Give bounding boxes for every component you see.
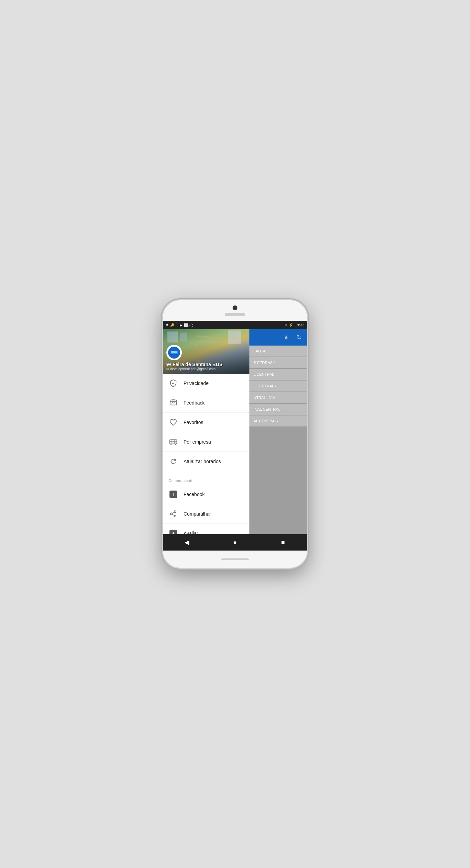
status-bar: ⚑ 🔑 G ▶ ⬜ ◯ ✕ ⚡ 19:33 bbox=[163, 321, 307, 329]
status-icon-3: G bbox=[176, 323, 178, 327]
svg-line-21 bbox=[172, 514, 174, 516]
app-email: ✉ development.pdd@gmail.com bbox=[166, 367, 246, 371]
route-item-4[interactable]: L CENTRAL - bbox=[249, 381, 307, 391]
drawer: Feira de Santana BUS ✉ development.pdd@g… bbox=[163, 329, 249, 534]
screen-content: Feira de Santana BUS ✉ development.pdd@g… bbox=[163, 329, 307, 534]
status-icon-1: ⚑ bbox=[166, 323, 169, 327]
svg-rect-1 bbox=[171, 351, 174, 353]
bus-logo-svg bbox=[171, 350, 178, 355]
back-button[interactable]: ◀ bbox=[180, 535, 194, 549]
svg-point-15 bbox=[171, 444, 172, 445]
phone-screen: ⚑ 🔑 G ▶ ⬜ ◯ ✕ ⚡ 19:33 bbox=[163, 321, 307, 551]
camera bbox=[233, 305, 237, 310]
route-item-2[interactable]: S PEDRAS / bbox=[249, 357, 307, 368]
svg-point-4 bbox=[176, 354, 177, 355]
star-toolbar-icon[interactable]: ★ bbox=[281, 332, 291, 342]
section-divider bbox=[163, 473, 249, 473]
menu-item-compartilhar[interactable]: Compartilhar bbox=[163, 504, 249, 524]
bus-icon bbox=[168, 437, 178, 447]
svg-point-20 bbox=[174, 515, 176, 517]
email-icon: ✉ bbox=[166, 367, 169, 371]
star-rate-box: ★ bbox=[169, 530, 177, 534]
home-indicator bbox=[221, 558, 249, 560]
home-button[interactable]: ● bbox=[228, 535, 242, 549]
facebook-icon: f bbox=[168, 490, 178, 499]
route-item-3[interactable]: L CENTRAL - bbox=[249, 369, 307, 380]
route-item-6[interactable]: INAL CENTRAL bbox=[249, 404, 307, 415]
app-toolbar: ★ ↻ bbox=[249, 329, 307, 346]
menu-section: Privacidade Feedback bbox=[163, 374, 249, 534]
svg-point-19 bbox=[171, 513, 173, 515]
menu-item-privacidade[interactable]: Privacidade bbox=[163, 374, 249, 393]
phone-top bbox=[163, 300, 307, 321]
battery-icon: ⚡ bbox=[289, 323, 293, 327]
facebook-label: Facebook bbox=[184, 492, 204, 497]
status-right: ✕ ⚡ 19:33 bbox=[284, 323, 304, 327]
phone-frame: ⚑ 🔑 G ▶ ⬜ ◯ ✕ ⚡ 19:33 bbox=[163, 300, 307, 568]
share-icon bbox=[168, 509, 178, 519]
status-icon-2: 🔑 bbox=[170, 323, 174, 327]
favoritos-label: Favoritos bbox=[184, 420, 203, 425]
recent-button[interactable]: ■ bbox=[276, 535, 290, 549]
nav-bar: ◀ ● ■ bbox=[163, 534, 307, 551]
app-background: ★ ↻ FALCAO S PEDRAS / L CENTRAL - L CENT… bbox=[249, 329, 307, 534]
app-logo-inner bbox=[168, 347, 180, 359]
atualizar-label: Atualizar horários bbox=[184, 459, 221, 464]
time: 19:33 bbox=[295, 323, 304, 327]
menu-item-avaliar[interactable]: ★ Avaliar bbox=[163, 524, 249, 534]
svg-rect-10 bbox=[170, 400, 176, 405]
facebook-icon-box: f bbox=[169, 491, 177, 498]
star-rate-icon: ★ bbox=[168, 529, 178, 534]
refresh-toolbar-icon[interactable]: ↻ bbox=[294, 332, 304, 342]
privacidade-label: Privacidade bbox=[184, 381, 209, 386]
svg-point-3 bbox=[172, 354, 173, 355]
drawer-header-info: Feira de Santana BUS ✉ development.pdd@g… bbox=[163, 342, 249, 374]
status-icon-6: ◯ bbox=[189, 323, 193, 327]
signal-icon: ✕ bbox=[284, 323, 287, 327]
drawer-header: Feira de Santana BUS ✉ development.pdd@g… bbox=[163, 329, 249, 374]
svg-rect-6 bbox=[167, 363, 168, 364]
svg-rect-2 bbox=[174, 351, 177, 353]
compartilhar-label: Compartilhar bbox=[184, 511, 211, 517]
por-empresa-label: Por empresa bbox=[184, 439, 211, 445]
svg-point-8 bbox=[167, 365, 168, 366]
menu-item-por-empresa[interactable]: Por empresa bbox=[163, 432, 249, 452]
svg-point-9 bbox=[170, 365, 171, 366]
speaker bbox=[225, 313, 245, 316]
svg-rect-7 bbox=[169, 363, 171, 364]
app-logo bbox=[166, 345, 182, 360]
phone-bottom bbox=[163, 551, 307, 568]
svg-line-22 bbox=[172, 512, 174, 514]
menu-item-facebook[interactable]: f Facebook bbox=[163, 485, 249, 504]
svg-point-16 bbox=[175, 444, 176, 445]
communicate-header: Communicate bbox=[163, 474, 249, 485]
feedback-icon bbox=[168, 398, 178, 408]
refresh-icon bbox=[168, 457, 178, 466]
menu-item-feedback[interactable]: Feedback bbox=[163, 393, 249, 413]
heart-icon bbox=[168, 418, 178, 427]
route-list: FALCAO S PEDRAS / L CENTRAL - L CENTRAL … bbox=[249, 346, 307, 534]
title-bus-icon bbox=[166, 363, 171, 366]
avaliar-label: Avaliar bbox=[184, 531, 198, 534]
route-item-1[interactable]: FALCAO bbox=[249, 346, 307, 357]
route-item-7[interactable]: AL CENTRAL- bbox=[249, 415, 307, 426]
app-title: Feira de Santana BUS bbox=[166, 362, 246, 367]
status-icon-4: ▶ bbox=[180, 323, 183, 327]
menu-item-atualizar[interactable]: Atualizar horários bbox=[163, 452, 249, 471]
svg-point-18 bbox=[174, 511, 176, 513]
feedback-label: Feedback bbox=[184, 400, 204, 406]
status-left-icons: ⚑ 🔑 G ▶ ⬜ ◯ bbox=[166, 323, 193, 327]
route-item-5[interactable]: NTRAL - VIA bbox=[249, 392, 307, 403]
status-icon-5: ⬜ bbox=[184, 323, 188, 327]
menu-item-favoritos[interactable]: Favoritos bbox=[163, 413, 249, 432]
shield-icon bbox=[168, 378, 178, 388]
